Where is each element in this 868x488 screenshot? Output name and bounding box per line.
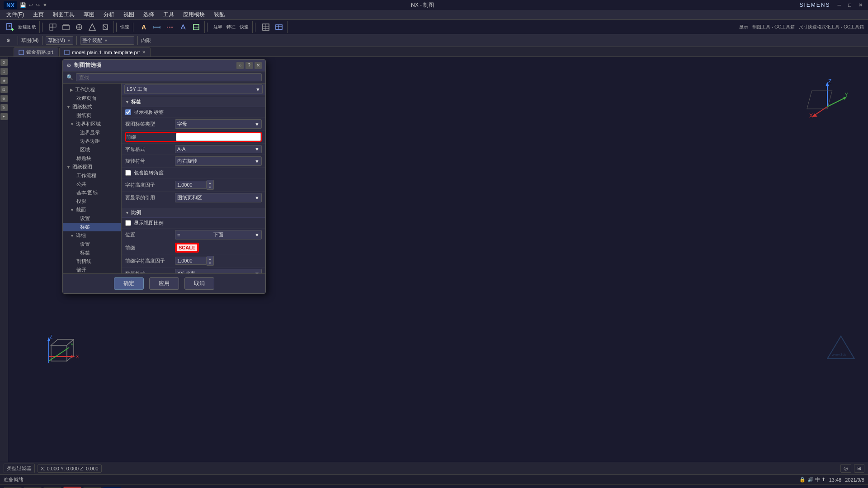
cancel-button[interactable]: 取消 xyxy=(184,277,214,290)
view-btn-4[interactable] xyxy=(86,21,99,33)
menu-analysis[interactable]: 分析 xyxy=(99,10,119,19)
menu-select[interactable]: 选择 xyxy=(139,10,159,19)
quick-redo[interactable]: ↪ xyxy=(36,2,40,8)
dialog-search-input[interactable] xyxy=(76,73,262,81)
tab2-close[interactable]: ✕ xyxy=(142,50,146,55)
tree-item-detail[interactable]: ▼ 详细 xyxy=(63,231,121,240)
apply-button[interactable]: 应用 xyxy=(149,277,179,290)
tree-item-region[interactable]: 区域 xyxy=(63,145,121,154)
show-view-label-checkbox[interactable] xyxy=(125,109,131,115)
quick-save[interactable]: 💾 xyxy=(20,2,26,8)
label-section-header[interactable]: ▼ 标签 xyxy=(122,97,265,107)
scale-char-up[interactable]: ▲ xyxy=(207,256,213,261)
tree-item-border-display[interactable]: 边界显示 xyxy=(63,128,121,137)
dim-btn-4[interactable] xyxy=(177,21,189,33)
tab-template[interactable]: model-plain-1-mm-template.prt ✕ xyxy=(59,47,151,56)
tree-item-section[interactable]: ▼ 截面 xyxy=(63,206,121,214)
dialog-close-btn[interactable]: ✕ xyxy=(255,62,262,69)
tree-item-border-margin[interactable]: 边界边距 xyxy=(63,137,121,145)
quick-menu-arrow[interactable]: ▼ xyxy=(42,2,47,8)
menu-modules[interactable]: 应用模块 xyxy=(179,10,209,19)
dim-btn-1[interactable]: A xyxy=(137,21,150,33)
taskbar-red-app[interactable]: ● xyxy=(63,487,81,488)
menu-view[interactable]: 视图 xyxy=(119,10,139,19)
maximize-btn[interactable]: □ xyxy=(846,2,853,8)
scale-char-down[interactable]: ▼ xyxy=(207,261,213,265)
taskbar-start[interactable]: ⊞ xyxy=(4,487,22,488)
view-label-type-dropdown[interactable]: 字母 ▼ xyxy=(175,119,262,129)
close-btn[interactable]: ✕ xyxy=(857,2,864,8)
tree-item-detail-settings[interactable]: 设置 xyxy=(63,240,121,249)
annot-btn-2[interactable]: 特征 xyxy=(225,21,237,33)
tab-sheet-metal[interactable]: 钣金指路.prt xyxy=(14,47,58,56)
annot-btn-3[interactable]: 快速 xyxy=(238,21,250,33)
menu-sketch[interactable]: 草图 xyxy=(79,10,99,19)
menu-assembly[interactable]: 装配 xyxy=(209,10,229,19)
menu-drawing-tools[interactable]: 制图工具 xyxy=(48,10,79,19)
tree-item-detail-label[interactable]: 标签 xyxy=(63,249,121,257)
menu-file[interactable]: 文件(F) xyxy=(2,10,28,19)
num-format-dropdown[interactable]: XY 比率 ▼ xyxy=(175,269,262,273)
tree-item-workflow2[interactable]: 工作流程 xyxy=(63,171,121,180)
taskbar-nx[interactable]: NX xyxy=(103,487,121,488)
sidebar-icon-5[interactable]: ⊕ xyxy=(0,95,8,102)
new-drawing-btn[interactable] xyxy=(4,21,16,33)
char-scale-down[interactable]: ▼ xyxy=(207,185,213,189)
assembly-filter[interactable]: 整个装配 ▼ xyxy=(80,36,134,45)
tree-item-section-label[interactable]: 标签 xyxy=(63,223,121,231)
settings-btn[interactable]: ⚙ xyxy=(2,35,14,47)
tree-item-workflow1[interactable]: ▶ 工作流程 xyxy=(63,85,121,94)
taskbar-camera[interactable]: 📷 xyxy=(83,487,101,488)
dialog-help-btn[interactable]: ? xyxy=(245,62,253,69)
scale-position-dropdown[interactable]: ≡ 下面 ▼ xyxy=(175,230,262,239)
sidebar-icon-1[interactable]: ⚙ xyxy=(0,59,8,66)
mode-dropdown[interactable]: 草图(M) ▼ xyxy=(46,36,73,45)
rotation-dropdown[interactable]: 向右旋转 ▼ xyxy=(175,156,262,166)
tree-item-welcome[interactable]: 欢迎页面 xyxy=(63,94,121,103)
view-btn-2[interactable] xyxy=(60,21,72,33)
menu-home[interactable]: 主页 xyxy=(28,10,48,19)
snap-toggle[interactable]: ◎ xyxy=(840,464,851,473)
dialog-reset-btn[interactable]: ○ xyxy=(236,62,244,69)
show-scale-checkbox[interactable] xyxy=(125,220,131,226)
filter-type[interactable]: 类型过滤器 xyxy=(4,464,35,473)
tree-item-border-region[interactable]: ▼ 边界和区域 xyxy=(63,120,121,128)
view-btn-1[interactable] xyxy=(47,21,59,33)
grid-toggle[interactable]: ⊞ xyxy=(854,464,864,473)
tree-item-sheet-views[interactable]: ▼ 图纸视图 xyxy=(63,163,121,171)
view-btn-5[interactable] xyxy=(99,21,112,33)
view-btn-3[interactable] xyxy=(73,21,85,33)
menu-tools[interactable]: 工具 xyxy=(159,10,179,19)
sidebar-icon-4[interactable]: ⊡ xyxy=(0,86,8,93)
tree-item-sheet-format[interactable]: ▼ 图纸格式 xyxy=(63,103,121,111)
taskbar-explorer[interactable]: 📁 xyxy=(43,487,61,488)
dim-btn-3[interactable] xyxy=(164,21,176,33)
annot-btn-1[interactable]: 注释 xyxy=(212,21,224,33)
tree-item-section-settings[interactable]: 设置 xyxy=(63,214,121,223)
letter-format-dropdown[interactable]: A-A ▼ xyxy=(175,145,262,153)
quick-undo[interactable]: ↩ xyxy=(29,2,33,8)
sidebar-icon-2[interactable]: □ xyxy=(0,68,8,75)
char-scale-input[interactable] xyxy=(175,181,207,189)
tree-item-public[interactable]: 公共 xyxy=(63,180,121,188)
table-btn-2[interactable] xyxy=(273,21,285,33)
combine-rotation-checkbox[interactable] xyxy=(125,170,131,176)
tree-item-projection[interactable]: 投影 xyxy=(63,197,121,206)
sidebar-icon-7[interactable]: ✦ xyxy=(0,113,8,120)
char-scale-up[interactable]: ▲ xyxy=(207,180,213,185)
tree-item-arrows[interactable]: 箭开 xyxy=(63,266,121,273)
show-ref-dropdown[interactable]: 图纸页和区 ▼ xyxy=(175,193,262,202)
scale-section-header[interactable]: ▼ 比例 xyxy=(122,208,265,218)
taskbar-search[interactable]: 🔍 xyxy=(24,487,42,488)
ok-button[interactable]: 确定 xyxy=(114,277,144,290)
prefix-input[interactable] xyxy=(176,133,261,141)
table-btn[interactable] xyxy=(259,21,272,33)
top-view-dropdown[interactable]: LSY 工面 ▼ xyxy=(124,84,263,94)
sidebar-icon-6[interactable]: ↻ xyxy=(0,104,8,111)
tree-item-cut-line[interactable]: 剖切线 xyxy=(63,257,121,266)
dim-btn-2[interactable] xyxy=(151,21,163,33)
dim-btn-5[interactable] xyxy=(190,21,203,33)
minimize-btn[interactable]: ─ xyxy=(836,2,843,8)
sidebar-icon-3[interactable]: ◈ xyxy=(0,77,8,84)
tree-item-base-sheet[interactable]: 基本/图纸 xyxy=(63,188,121,197)
